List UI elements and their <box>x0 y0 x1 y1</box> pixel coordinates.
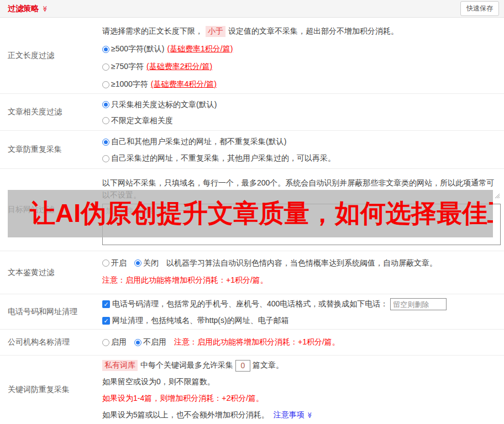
length-filter-desc: 请选择需求的正文长度下限，小于设定值的文章不采集，超出部分不增加积分消耗。 <box>102 23 501 40</box>
row-dedup-filter: 文章防重复采集 自己和其他用户采集过的网址，都不重复采集(默认) 自己采集过的网… <box>0 131 504 169</box>
replacement-phone-input[interactable] <box>390 298 447 310</box>
row-label: 电话号码和网址清理 <box>0 294 102 329</box>
porn-filter-desc: 以机器学习算法自动识别色情内容，当色情概率达到系统阈值，自动屏蔽文章。 <box>166 258 437 268</box>
quick-save-button[interactable]: 快速保存 <box>460 1 499 16</box>
double-chevron-down-icon: ≫ <box>41 6 48 12</box>
radio-porn-on-icon[interactable] <box>102 259 109 267</box>
row-label: 文章相关度过滤 <box>0 94 102 130</box>
radio-company-on-icon[interactable] <box>102 339 109 346</box>
porn-filter-note: 注意：启用此功能将增加积分消耗：+1积分/篇。 <box>102 272 501 289</box>
radio-750-icon[interactable] <box>102 63 109 71</box>
row-length-filter: 正文长度过滤 请选择需求的正文长度下限，小于设定值的文章不采集，超出部分不增加积… <box>0 18 504 94</box>
row-label: 文本鉴黄过滤 <box>0 251 102 294</box>
promo-banner-text: 让AI伪原创提升文章质量，如何选择最佳工 <box>30 197 493 231</box>
porn-off-label[interactable]: 关闭 <box>143 258 159 268</box>
phone-clean-label: 电话号码清理，包括常见的手机号、座机号、400电话格式，或替换成如下电话： <box>112 299 388 309</box>
relevance-option-unlimited[interactable]: 不限定文章相关度 <box>102 113 501 129</box>
radio-dedup-all-icon[interactable] <box>102 139 109 146</box>
row-phone-url-clean: 电话号码和网址清理 ✓ 电话号码清理，包括常见的手机号、座机号、400电话格式，… <box>0 294 504 330</box>
top-bar: 过滤策略 ≫ 快速保存 <box>0 0 504 18</box>
length-option-1000[interactable]: ≥1000字符 (基础费率4积分/篇) <box>102 76 501 93</box>
porn-on-label[interactable]: 开启 <box>111 258 127 268</box>
keyword-dedup-line2: 如果留空或设为0，则不限篇数。 <box>102 374 501 390</box>
company-off-label[interactable]: 不启用 <box>143 337 166 347</box>
double-chevron-down-icon: ≫ <box>306 412 313 418</box>
radio-company-off-icon[interactable] <box>134 339 141 346</box>
company-on-label[interactable]: 启用 <box>111 337 127 347</box>
url-clean-label: 网址清理，包括纯域名、带http(s)的网址、电子邮箱 <box>112 316 289 326</box>
dedup-option-self-only[interactable]: 自己采集过的网址，不重复采集，其他用户采集过的，可以再采。 <box>102 150 501 167</box>
radio-1000-icon[interactable] <box>102 81 109 88</box>
row-relevance-filter: 文章相关度过滤 只采集相关度达标的文章(默认) 不限定文章相关度 <box>0 94 504 131</box>
row-company-clean: 公司机构名称清理 启用 不启用 注意：启用此功能将增加积分消耗：+1积分/篇。 <box>0 330 504 356</box>
keyword-dedup-line3: 如果设为1-4篇，则增加积分消耗：+2积分/篇。 <box>102 390 501 407</box>
filter-strategy-page: 过滤策略 ≫ 快速保存 正文长度过滤 请选择需求的正文长度下限，小于设定值的文章… <box>0 0 504 424</box>
row-porn-filter: 文本鉴黄过滤 开启 关闭 以机器学习算法自动识别色情内容，当色情概率达到系统阈值… <box>0 251 504 294</box>
radio-dedup-self-icon[interactable] <box>102 155 109 162</box>
highlight-lessthan: 小于 <box>206 26 225 37</box>
length-option-750[interactable]: ≥750字符 (基础费率2积分/篇) <box>102 58 501 76</box>
radio-porn-off-icon[interactable] <box>134 259 141 267</box>
radio-relevance-on-icon[interactable] <box>102 101 109 108</box>
promo-banner-overlay: 让AI伪原创提升文章质量，如何选择最佳工 <box>8 190 493 237</box>
fee-note: (基础费率4积分/篇) <box>151 80 217 89</box>
company-clean-note: 注意：启用此功能将增加积分消耗：+1积分/篇。 <box>174 337 340 347</box>
row-label: 公司机构名称清理 <box>0 330 102 355</box>
fee-note: (基础费率2积分/篇) <box>146 62 212 72</box>
row-label: 正文长度过滤 <box>0 18 102 93</box>
checkbox-phone-clean-icon[interactable]: ✓ <box>102 300 110 308</box>
notice-link[interactable]: 注意事项 ≫ <box>274 410 314 420</box>
fee-note: (基础费率1积分/篇) <box>167 44 233 54</box>
highlight-private-lexicon: 私有词库 <box>102 360 138 371</box>
length-option-500[interactable]: ≥500字符(默认) (基础费率1积分/篇) <box>102 40 501 58</box>
dedup-option-all-users[interactable]: 自己和其他用户采集过的网址，都不重复采集(默认) <box>102 134 501 150</box>
keyword-limit-input[interactable] <box>235 360 250 372</box>
row-label: 关键词防重复采集 <box>0 356 102 423</box>
row-keyword-dedup: 关键词防重复采集 私有词库 中每个关键词最多允许采集 篇文章。 如果留空或设为0… <box>0 356 504 423</box>
page-title: 过滤策略 <box>8 4 39 14</box>
checkbox-url-clean-icon[interactable]: ✓ <box>102 317 110 325</box>
radio-500-icon[interactable] <box>102 46 109 53</box>
row-label: 文章防重复采集 <box>0 131 102 168</box>
section-title-toggle[interactable]: 过滤策略 ≫ <box>8 4 49 14</box>
radio-relevance-off-icon[interactable] <box>102 117 109 124</box>
relevance-option-default[interactable]: 只采集相关度达标的文章(默认) <box>102 97 501 113</box>
keyword-dedup-line4: 如果设为5篇或以上，也不会额外增加积分消耗。 <box>102 410 269 420</box>
